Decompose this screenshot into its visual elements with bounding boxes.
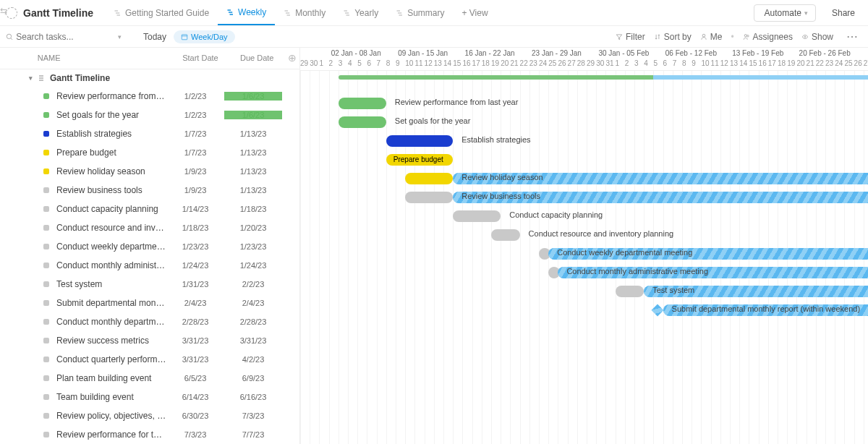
status-bullet	[43, 112, 49, 118]
gantt-row[interactable]: Review holiday season	[300, 169, 868, 188]
day-label: 18	[482, 59, 490, 67]
chevron-down-icon[interactable]: ▾	[118, 33, 122, 40]
view-tabs: Getting Started GuideWeeklyMonthlyYearly…	[105, 0, 454, 25]
tab-getting-started-guide[interactable]: Getting Started Guide	[105, 0, 218, 25]
add-column-icon[interactable]: ⊕	[285, 52, 299, 64]
task-row[interactable]: Review performance from last year 1/2/23…	[0, 87, 299, 106]
task-start: 1/18/23	[166, 223, 224, 232]
task-due: 1/13/23	[224, 148, 282, 157]
day-label: 26	[558, 59, 566, 67]
sort-button[interactable]: Sort by	[654, 32, 692, 42]
svg-rect-4	[229, 12, 232, 13]
gantt-row[interactable]: Set goals for the year	[300, 113, 868, 132]
gantt-bar[interactable]	[491, 229, 520, 241]
gantt-row[interactable]: Establish strategies	[300, 132, 868, 150]
task-row[interactable]: Review holiday season 1/9/23 1/13/23	[0, 162, 299, 181]
gantt-row[interactable]: Conduct capacity planning	[300, 207, 868, 226]
task-due: 7/7/23	[224, 430, 282, 439]
task-row[interactable]: Review success metrics 3/31/23 3/31/23	[0, 331, 299, 350]
day-label: 2	[329, 59, 333, 67]
search-input[interactable]	[16, 32, 115, 42]
tab-yearly[interactable]: Yearly	[334, 0, 387, 25]
gantt-row[interactable]: Conduct resource and inventory planning	[300, 226, 868, 244]
tab-summary[interactable]: Summary	[387, 0, 453, 25]
task-row[interactable]: Submit departmental monthly re... 2/4/23…	[0, 294, 299, 312]
list-icon	[37, 74, 46, 82]
gantt-row[interactable]: Review performance from last year	[300, 94, 868, 113]
gantt-row[interactable]: Test system	[300, 282, 868, 301]
gantt-row[interactable]: Conduct monthly administrative meeting	[300, 263, 868, 282]
task-row[interactable]: Test system 1/31/23 2/2/23	[0, 275, 299, 294]
gantt-bar[interactable]	[405, 192, 453, 203]
task-row[interactable]: Conduct monthly departmental m... 2/28/2…	[0, 312, 299, 331]
collapse-icon[interactable]: ▾	[29, 74, 33, 82]
tab-monthly[interactable]: Monthly	[275, 0, 334, 25]
task-row[interactable]: Set goals for the year 1/2/23 1/6/23	[0, 106, 299, 124]
status-bullet	[43, 262, 49, 268]
day-label: 2	[625, 59, 629, 67]
col-start[interactable]: Start Date	[172, 54, 229, 62]
week-day-toggle[interactable]: Week/Day	[174, 30, 235, 43]
assignees-filter[interactable]: Assignees	[743, 32, 793, 42]
task-row[interactable]: Review business tools 1/9/23 1/13/23	[0, 181, 299, 200]
filter-button[interactable]: Filter	[616, 32, 645, 42]
day-label: 17	[768, 59, 776, 67]
more-icon[interactable]: ⋯	[842, 30, 862, 43]
status-bullet	[43, 281, 49, 287]
col-name[interactable]: NAME	[9, 54, 172, 62]
tab-weekly[interactable]: Weekly	[218, 0, 275, 25]
gantt-row[interactable]: Review business tools	[300, 188, 868, 207]
col-due[interactable]: Due Date	[229, 54, 285, 62]
show-button[interactable]: Show	[801, 32, 833, 42]
today-button[interactable]: Today	[136, 30, 174, 44]
me-filter[interactable]: Me	[700, 32, 723, 42]
task-due: 1/6/23	[224, 111, 282, 119]
gantt-body[interactable]: Review performance from last yearSet goa…	[300, 71, 868, 444]
task-row[interactable]: Plan team building event 6/5/23 6/9/23	[0, 369, 299, 388]
task-row[interactable]: Conduct resource and inventory pl... 1/1…	[0, 218, 299, 237]
search-icon	[6, 33, 13, 41]
day-label: 14	[739, 59, 747, 67]
task-start: 1/7/23	[166, 148, 224, 157]
day-label: 7	[673, 59, 677, 67]
group-header[interactable]: ▾ Gantt Timeline	[0, 69, 299, 87]
gantt-bar[interactable]	[453, 210, 501, 222]
day-label: 21	[807, 59, 814, 67]
status-bullet	[43, 131, 49, 137]
task-row[interactable]: Review performance for the last 6 ... 7/…	[0, 425, 299, 444]
automate-button[interactable]: Automate ▾	[754, 4, 816, 22]
gantt-pane[interactable]: 02 Jan - 08 Jan09 Jan - 15 Jan16 Jan - 2…	[300, 48, 868, 444]
task-row[interactable]: Team building event 6/14/23 6/16/23	[0, 388, 299, 406]
add-view[interactable]: + View	[453, 0, 496, 25]
svg-rect-19	[182, 34, 187, 39]
task-row[interactable]: Review policy, objectives, and busi... 6…	[0, 406, 299, 425]
share-button[interactable]: Share	[822, 5, 862, 21]
task-due: 1/13/23	[224, 167, 282, 176]
task-row[interactable]: Conduct weekly departmental me... 1/23/2…	[0, 237, 299, 256]
status-bullet	[43, 206, 49, 212]
gantt-bar[interactable]	[616, 286, 644, 297]
task-row[interactable]: Prepare budget 1/7/23 1/13/23	[0, 143, 299, 162]
task-row[interactable]: Conduct quarterly performance m... 3/31/…	[0, 350, 299, 369]
task-row[interactable]: Establish strategies 1/7/23 1/13/23	[0, 124, 299, 143]
gantt-row[interactable]: Prepare budget	[300, 150, 868, 169]
task-row[interactable]: Conduct monthly administrative m... 1/24…	[0, 256, 299, 275]
svg-point-22	[746, 35, 749, 37]
search-box[interactable]: ▾	[6, 32, 122, 42]
gantt-bar[interactable]	[386, 135, 453, 147]
gantt-bar[interactable]	[339, 116, 386, 128]
day-label: 19	[491, 59, 499, 67]
gantt-row[interactable]: Submit departmental monthly report (with…	[300, 301, 868, 320]
task-due: 6/16/23	[224, 393, 282, 401]
task-due: 1/24/23	[224, 261, 282, 270]
gantt-bar[interactable]	[405, 173, 453, 184]
bar-label: Set goals for the year	[391, 116, 471, 125]
day-label: 29	[300, 59, 308, 67]
day-label: 20	[501, 59, 509, 67]
task-row[interactable]: Conduct capacity planning 1/14/23 1/18/2…	[0, 200, 299, 218]
gantt-icon	[226, 8, 235, 17]
milestone-diamond[interactable]	[652, 304, 664, 317]
gantt-row[interactable]: Conduct weekly departmental meeting	[300, 244, 868, 263]
status-bullet	[43, 357, 49, 362]
gantt-bar[interactable]	[339, 98, 386, 109]
